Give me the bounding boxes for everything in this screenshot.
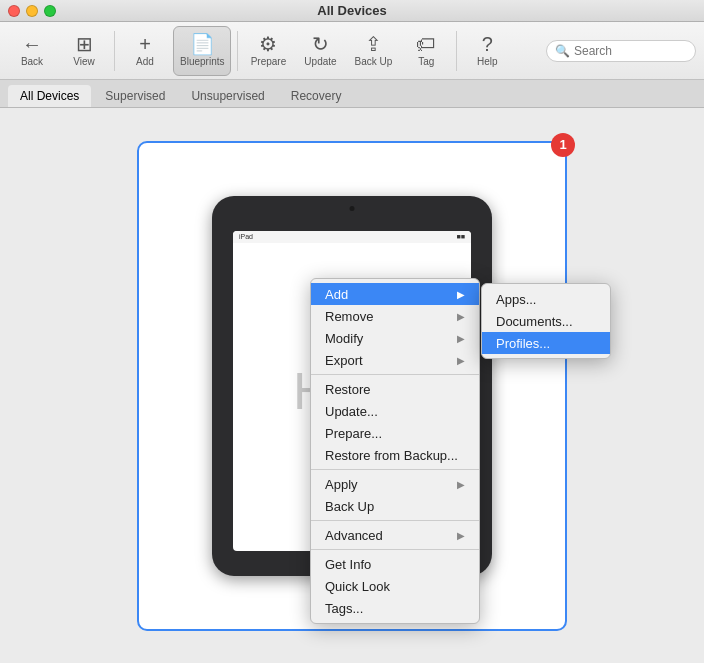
- menu-divider-4: [311, 549, 479, 550]
- menu-item-remove[interactable]: Remove ▶: [311, 305, 479, 327]
- menu-item-get-info[interactable]: Get Info: [311, 553, 479, 575]
- toolbar-separator: [114, 31, 115, 71]
- menu-add-arrow: ▶: [457, 289, 465, 300]
- menu-divider-1: [311, 374, 479, 375]
- submenu-apps-label: Apps...: [496, 292, 536, 307]
- menu-apply-label: Apply: [325, 477, 358, 492]
- submenu-item-apps[interactable]: Apps...: [482, 288, 610, 310]
- add-button[interactable]: + Add: [121, 26, 169, 76]
- menu-modify-label: Modify: [325, 331, 363, 346]
- search-input[interactable]: [574, 44, 687, 58]
- search-box[interactable]: 🔍: [546, 40, 696, 62]
- maximize-button[interactable]: [44, 5, 56, 17]
- menu-item-advanced[interactable]: Advanced ▶: [311, 524, 479, 546]
- toolbar-separator-3: [456, 31, 457, 71]
- menu-item-modify[interactable]: Modify ▶: [311, 327, 479, 349]
- tag-label: Tag: [418, 56, 434, 67]
- ipad-status-bar: iPad ■■: [233, 231, 471, 243]
- back-icon: ←: [22, 34, 42, 54]
- menu-restore-backup-label: Restore from Backup...: [325, 448, 458, 463]
- submenu-item-profiles[interactable]: Profiles...: [482, 332, 610, 354]
- menu-item-restore-backup[interactable]: Restore from Backup...: [311, 444, 479, 466]
- menu-advanced-arrow: ▶: [457, 530, 465, 541]
- menu-modify-arrow: ▶: [457, 333, 465, 344]
- notification-badge: 1: [551, 133, 575, 157]
- menu-add-label: Add: [325, 287, 348, 302]
- prepare-button[interactable]: ⚙ Prepare: [244, 26, 292, 76]
- toolbar-separator-2: [237, 31, 238, 71]
- back-button[interactable]: ← Back: [8, 26, 56, 76]
- tag-icon: 🏷: [416, 34, 436, 54]
- tab-bar: All Devices Supervised Unsupervised Reco…: [0, 80, 704, 108]
- window-title: All Devices: [317, 3, 386, 18]
- back-label: Back: [21, 56, 43, 67]
- menu-item-quick-look[interactable]: Quick Look: [311, 575, 479, 597]
- menu-advanced-label: Advanced: [325, 528, 383, 543]
- menu-item-apply[interactable]: Apply ▶: [311, 473, 479, 495]
- menu-get-info-label: Get Info: [325, 557, 371, 572]
- view-label: View: [73, 56, 95, 67]
- menu-divider-2: [311, 469, 479, 470]
- submenu-item-documents[interactable]: Documents...: [482, 310, 610, 332]
- submenu-documents-label: Documents...: [496, 314, 573, 329]
- prepare-label: Prepare: [251, 56, 287, 67]
- add-label: Add: [136, 56, 154, 67]
- blueprints-label: Blueprints: [180, 56, 224, 67]
- backup-icon: ⇪: [365, 34, 382, 54]
- toolbar-right: 🔍: [546, 40, 696, 62]
- prepare-icon: ⚙: [259, 34, 277, 54]
- menu-prepare-label: Prepare...: [325, 426, 382, 441]
- title-bar: All Devices: [0, 0, 704, 22]
- submenu-profiles-label: Profiles...: [496, 336, 550, 351]
- help-icon: ?: [482, 34, 493, 54]
- menu-item-restore[interactable]: Restore: [311, 378, 479, 400]
- tab-unsupervised[interactable]: Unsupervised: [179, 85, 276, 107]
- menu-item-backup[interactable]: Back Up: [311, 495, 479, 517]
- view-icon: ⊞: [76, 34, 93, 54]
- menu-main: Add ▶ Apps... Documents... Profiles...: [310, 278, 480, 624]
- menu-update-label: Update...: [325, 404, 378, 419]
- menu-export-arrow: ▶: [457, 355, 465, 366]
- main-content: 1 iPad ■■ He Press ho iPad: [0, 108, 704, 663]
- context-menu: Add ▶ Apps... Documents... Profiles...: [310, 278, 480, 624]
- submenu-add: Apps... Documents... Profiles...: [481, 283, 611, 359]
- menu-quick-look-label: Quick Look: [325, 579, 390, 594]
- tab-supervised[interactable]: Supervised: [93, 85, 177, 107]
- window-controls: [8, 5, 56, 17]
- menu-item-prepare[interactable]: Prepare...: [311, 422, 479, 444]
- add-icon: +: [139, 34, 151, 54]
- menu-item-tags[interactable]: Tags...: [311, 597, 479, 619]
- view-button[interactable]: ⊞ View: [60, 26, 108, 76]
- ipad-label-text: iPad: [239, 233, 253, 240]
- backup-label: Back Up: [354, 56, 392, 67]
- toolbar: ← Back ⊞ View + Add 📄 Blueprints ⚙ Prepa…: [0, 22, 704, 80]
- menu-apply-arrow: ▶: [457, 479, 465, 490]
- help-button[interactable]: ? Help: [463, 26, 511, 76]
- ipad-battery: ■■: [457, 233, 465, 240]
- backup-button[interactable]: ⇪ Back Up: [348, 26, 398, 76]
- menu-remove-arrow: ▶: [457, 311, 465, 322]
- tab-recovery[interactable]: Recovery: [279, 85, 354, 107]
- menu-export-label: Export: [325, 353, 363, 368]
- tab-all-devices[interactable]: All Devices: [8, 85, 91, 107]
- ipad-camera: [350, 206, 355, 211]
- menu-backup-label: Back Up: [325, 499, 374, 514]
- close-button[interactable]: [8, 5, 20, 17]
- tag-button[interactable]: 🏷 Tag: [402, 26, 450, 76]
- update-icon: ↻: [312, 34, 329, 54]
- update-button[interactable]: ↻ Update: [296, 26, 344, 76]
- menu-item-export[interactable]: Export ▶: [311, 349, 479, 371]
- menu-add-wrapper: Add ▶ Apps... Documents... Profiles...: [311, 283, 479, 305]
- menu-divider-3: [311, 520, 479, 521]
- search-icon: 🔍: [555, 44, 570, 58]
- menu-item-update[interactable]: Update...: [311, 400, 479, 422]
- blueprints-button[interactable]: 📄 Blueprints: [173, 26, 231, 76]
- menu-restore-label: Restore: [325, 382, 371, 397]
- update-label: Update: [304, 56, 336, 67]
- menu-remove-label: Remove: [325, 309, 373, 324]
- minimize-button[interactable]: [26, 5, 38, 17]
- help-label: Help: [477, 56, 498, 67]
- blueprints-icon: 📄: [190, 34, 215, 54]
- menu-item-add[interactable]: Add ▶: [311, 283, 479, 305]
- menu-tags-label: Tags...: [325, 601, 363, 616]
